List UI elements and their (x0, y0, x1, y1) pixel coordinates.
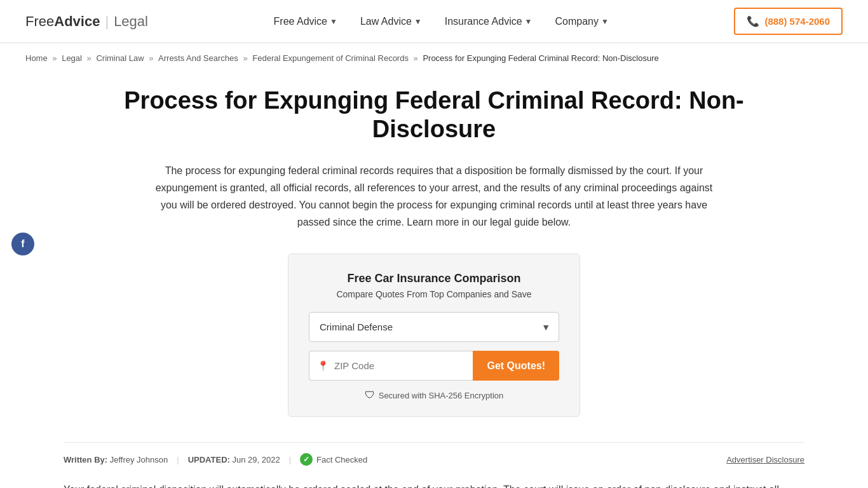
widget-subtitle: Compare Quotes From Top Companies and Sa… (309, 289, 559, 299)
security-text: Secured with SHA-256 Encryption (379, 391, 504, 400)
updated-info: UPDATED: Jun 29, 2022 (188, 455, 280, 464)
shield-icon: 🛡 (365, 390, 375, 401)
location-pin-icon: 📍 (309, 360, 329, 372)
article-body: Your federal criminal disposition will a… (64, 476, 804, 488)
author-name-value: Jeffrey Johnson (110, 455, 168, 464)
site-header: Free Advice | Legal Free Advice ▼ Law Ad… (0, 0, 868, 43)
breadcrumb-sep: » (243, 53, 250, 63)
fact-checked-label: Fact Checked (316, 455, 367, 464)
nav-free-advice-label: Free Advice (274, 16, 327, 27)
article-meta: Written By: Jeffrey Johnson | UPDATED: J… (64, 442, 804, 476)
breadcrumb-federal-expungement[interactable]: Federal Expungement of Criminal Records (252, 53, 409, 63)
nav-company[interactable]: Company ▼ (543, 0, 620, 43)
breadcrumb-sep: » (149, 53, 156, 63)
security-notice: 🛡 Secured with SHA-256 Encryption (309, 390, 559, 401)
zip-input[interactable] (329, 351, 473, 380)
social-sidebar: f (11, 233, 34, 255)
nav-company-label: Company (555, 16, 598, 27)
meta-left: Written By: Jeffrey Johnson | UPDATED: J… (64, 453, 367, 466)
facebook-share-button[interactable]: f (11, 233, 34, 255)
breadcrumb-current: Process for Expunging Federal Criminal R… (423, 53, 658, 63)
logo-advice-text: Advice (54, 13, 100, 30)
written-by: Written By: Jeffrey Johnson (64, 455, 168, 464)
phone-number: (888) 574-2060 (764, 16, 830, 27)
written-by-label: Written By: (64, 455, 107, 464)
nav-law-advice[interactable]: Law Advice ▼ (349, 0, 433, 43)
logo-legal-text: Legal (114, 13, 148, 30)
breadcrumb: Home » Legal » Criminal Law » Arrests An… (0, 43, 868, 74)
breadcrumb-home[interactable]: Home (25, 53, 48, 63)
widget-title: Free Car Insurance Comparison (309, 272, 559, 285)
logo-divider: | (105, 13, 109, 30)
category-select-wrapper: Criminal Defense ▼ (309, 312, 559, 342)
breadcrumb-sep: » (52, 53, 59, 63)
facebook-icon: f (21, 238, 24, 250)
nav-insurance-advice[interactable]: Insurance Advice ▼ (433, 0, 544, 43)
article-intro: The process for expunging federal crimin… (148, 162, 720, 231)
nav-free-advice[interactable]: Free Advice ▼ (262, 0, 349, 43)
site-logo[interactable]: Free Advice | Legal (25, 13, 148, 30)
zip-row: 📍 Get Quotes! (309, 351, 559, 381)
breadcrumb-sep: » (87, 53, 94, 63)
nav-insurance-advice-label: Insurance Advice (445, 16, 522, 27)
updated-date: Jun 29, 2022 (233, 455, 280, 464)
meta-separator-2: | (289, 455, 291, 464)
article-title: Process for Expunging Federal Criminal R… (64, 86, 804, 144)
breadcrumb-sep: » (414, 53, 421, 63)
category-select[interactable]: Criminal Defense (309, 312, 559, 342)
logo-free-text: Free (25, 13, 54, 30)
check-circle-icon: ✓ (300, 453, 313, 466)
phone-icon: 📞 (747, 15, 759, 27)
updated-label: UPDATED: (188, 455, 230, 464)
breadcrumb-legal[interactable]: Legal (62, 53, 82, 63)
breadcrumb-arrests[interactable]: Arrests And Searches (158, 53, 238, 63)
chevron-down-icon: ▼ (601, 17, 609, 26)
main-content: Process for Expunging Federal Criminal R… (0, 74, 868, 489)
chevron-down-icon: ▼ (414, 17, 422, 26)
nav-law-advice-label: Law Advice (360, 16, 412, 27)
advertiser-disclosure-link[interactable]: Advertiser Disclosure (726, 455, 804, 464)
meta-separator: | (177, 455, 179, 464)
phone-button[interactable]: 📞 (888) 574-2060 (734, 8, 843, 35)
get-quotes-button[interactable]: Get Quotes! (473, 351, 559, 381)
main-nav: Free Advice ▼ Law Advice ▼ Insurance Adv… (262, 0, 620, 43)
fact-checked-badge: ✓ Fact Checked (300, 453, 367, 466)
breadcrumb-criminal-law[interactable]: Criminal Law (96, 53, 144, 63)
chevron-down-icon: ▼ (330, 17, 337, 26)
insurance-widget: Free Car Insurance Comparison Compare Qu… (288, 254, 580, 417)
chevron-down-icon: ▼ (525, 17, 532, 26)
zip-input-wrapper: 📍 (309, 351, 473, 381)
article-body-text: Your federal criminal disposition will a… (64, 481, 804, 488)
